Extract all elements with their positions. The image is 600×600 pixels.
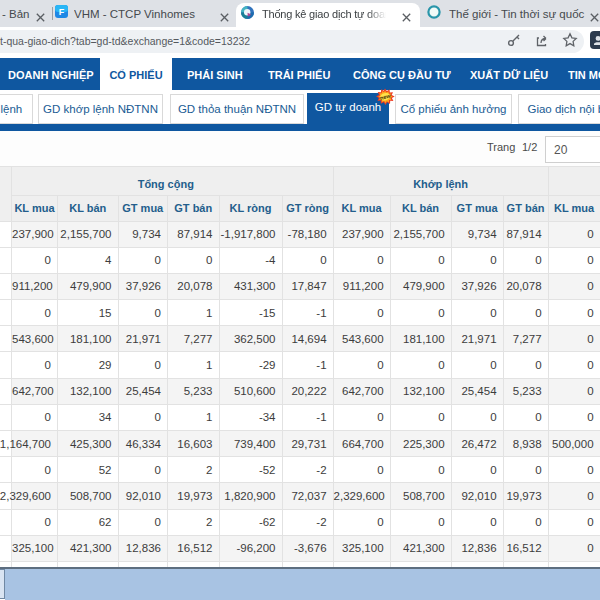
- svg-text:F: F: [59, 7, 65, 17]
